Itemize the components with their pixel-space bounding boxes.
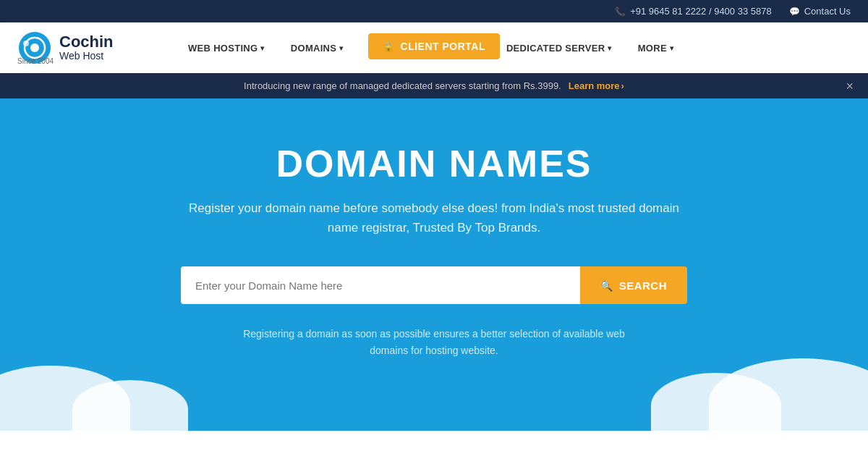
cloud-left-2 [72,380,188,431]
cloud-left [0,366,130,431]
cloud-right-2 [651,373,781,431]
logo[interactable]: Cochin Web Host Since 2004 [17,30,148,65]
clouds-decoration [0,358,868,431]
learn-more-label: Learn more [569,80,620,91]
hero-title: DOMAIN NAMES [276,142,592,185]
hero-note: Registering a domain as soon as possible… [231,326,637,358]
logo-name-line2: Web Host [59,50,114,62]
announcement-bar: Introducing new range of managed dedicat… [0,73,868,98]
contact-us-label[interactable]: Contact Us [804,6,851,17]
announcement-close-button[interactable]: × [846,78,854,93]
domain-search-input[interactable] [181,266,580,304]
chat-icon [789,6,800,17]
hero-section: DOMAIN NAMES Register your domain name b… [0,98,868,431]
chevron-web-hosting: ▾ [260,44,264,52]
nav-domains[interactable]: DOMAINS ▾ [279,25,355,71]
main-nav: WEB HOSTING ▾ DOMAINS ▾ RESELLER ▾ VPS ▾… [176,25,851,71]
lock-icon [383,41,395,52]
phone-info: +91 9645 81 2222 / 9400 33 5878 [615,6,772,17]
phone-number: +91 9645 81 2222 / 9400 33 5878 [630,6,772,17]
learn-more-link[interactable]: Learn more › [569,80,624,91]
chevron-learn-more: › [621,80,624,91]
chevron-more: ▾ [670,44,673,52]
nav-dedicated-server[interactable]: DEDICATED SERVER ▾ [495,25,624,71]
svg-point-3 [23,41,29,46]
client-portal-button[interactable]: CLIENT PORTAL [368,33,500,59]
search-button-label: SEARCH [619,279,667,292]
announcement-text: Introducing new range of managed dedicat… [244,80,561,91]
phone-icon [615,6,626,17]
client-portal-label: CLIENT PORTAL [401,41,485,52]
hero-subtitle: Register your domain name before somebod… [188,198,680,237]
chevron-domains: ▾ [339,44,343,52]
svg-point-2 [30,43,39,52]
cloud-right [709,358,868,431]
domain-search-container: SEARCH [181,266,687,304]
nav-more[interactable]: MORE ▾ [626,25,686,71]
search-button[interactable]: SEARCH [580,266,687,304]
site-header: Cochin Web Host Since 2004 WEB HOSTING ▾… [0,22,868,73]
contact-us-link[interactable]: Contact Us [789,6,851,17]
nav-web-hosting[interactable]: WEB HOSTING ▾ [176,25,276,71]
logo-name-line1: Cochin [59,34,114,50]
top-bar: +91 9645 81 2222 / 9400 33 5878 Contact … [0,0,868,22]
chevron-dedicated: ▾ [608,44,611,52]
search-icon [600,279,613,292]
logo-since: Since 2004 [17,57,54,65]
